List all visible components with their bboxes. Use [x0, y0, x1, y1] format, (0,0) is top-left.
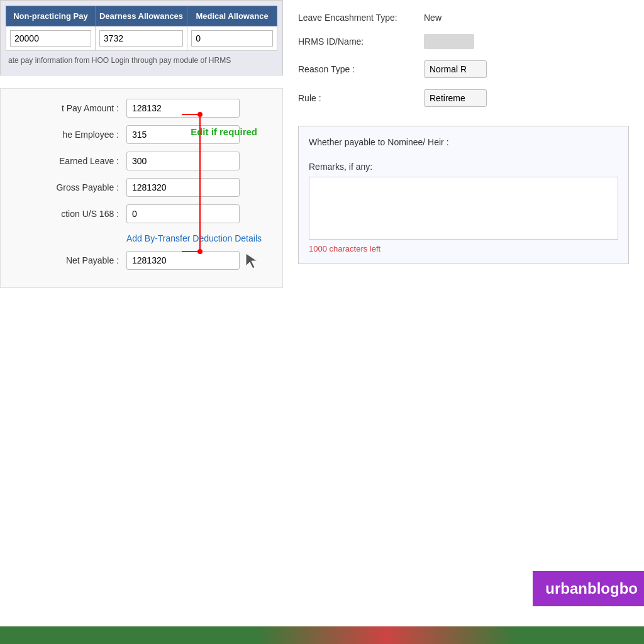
nominee-title: Whether payable to Nominee/ Heir :: [309, 136, 618, 149]
label-pay-amount: t Pay Amount :: [13, 103, 126, 113]
chars-left-label: 1000 characters left: [309, 244, 618, 253]
pay-table-wrapper: Non-practicing Pay Dearness Allowances M…: [0, 0, 283, 75]
label-leave-type: Leave Encashment Type:: [298, 13, 424, 23]
label-employee: he Employee :: [13, 130, 126, 140]
bottom-bar: [0, 626, 644, 644]
label-earned-leave: Earned Leave :: [13, 156, 126, 166]
nominee-section: Whether payable to Nominee/ Heir : Remar…: [298, 126, 629, 264]
row-net-payable: Net Payable :: [13, 251, 270, 270]
remarks-label: Remarks, if any:: [309, 162, 618, 172]
label-hrms: HRMS ID/Name:: [298, 36, 424, 47]
red-dot-top: [197, 112, 203, 117]
row-pay-amount: t Pay Amount :: [13, 99, 270, 118]
row-hrms: HRMS ID/Name:: [298, 34, 629, 49]
value-hrms: [424, 34, 474, 49]
cell-medical: [187, 26, 277, 51]
input-medical[interactable]: [191, 30, 273, 47]
main-container: Non-practicing Pay Dearness Allowances M…: [0, 0, 644, 644]
select-reason-type[interactable]: Normal R: [424, 60, 487, 78]
label-gross-payable: Gross Payable :: [13, 182, 126, 192]
label-reason-type: Reason Type :: [298, 64, 424, 74]
edit-annotation: Edit if required: [191, 126, 257, 137]
col-header-medical: Medical Allowance: [187, 6, 277, 26]
value-leave-type: New: [424, 13, 441, 23]
cell-dearness: [95, 26, 187, 51]
select-rule[interactable]: Retireme: [424, 89, 487, 107]
label-rule: Rule :: [298, 93, 424, 103]
label-net-payable: Net Payable :: [13, 255, 126, 265]
col-header-dearness: Dearness Allowances: [95, 6, 187, 26]
table-note: ate pay information from HOO Login throu…: [6, 51, 277, 70]
label-deduction: ction U/S 168 :: [13, 209, 126, 219]
input-nonpracticing[interactable]: [10, 30, 91, 47]
input-dearness[interactable]: [99, 30, 183, 47]
cell-nonpracticing: [6, 26, 96, 51]
row-deduction: ction U/S 168 :: [13, 204, 270, 223]
col-header-nonpracticing: Non-practicing Pay: [6, 6, 96, 26]
red-dot-bottom: [197, 249, 203, 254]
remarks-textarea[interactable]: [309, 177, 618, 240]
svg-marker-0: [246, 253, 257, 269]
bottom-form: t Pay Amount : he Employee : Earned Leav…: [0, 88, 283, 288]
pay-table: Non-practicing Pay Dearness Allowances M…: [6, 6, 277, 51]
watermark-banner: urbanblogbo: [533, 571, 644, 606]
input-net-payable[interactable]: [126, 251, 240, 270]
row-reason-type: Reason Type : Normal R: [298, 60, 629, 78]
row-earned-leave: Earned Leave :: [13, 152, 270, 170]
left-panel: Non-practicing Pay Dearness Allowances M…: [0, 0, 283, 644]
right-top-section: Leave Encashment Type: New HRMS ID/Name:…: [298, 13, 629, 107]
row-rule: Rule : Retireme: [298, 89, 629, 107]
cursor-icon: [245, 252, 258, 269]
right-panel: Leave Encashment Type: New HRMS ID/Name:…: [283, 0, 644, 644]
row-leave-type: Leave Encashment Type: New: [298, 13, 629, 23]
row-gross-payable: Gross Payable :: [13, 178, 270, 197]
